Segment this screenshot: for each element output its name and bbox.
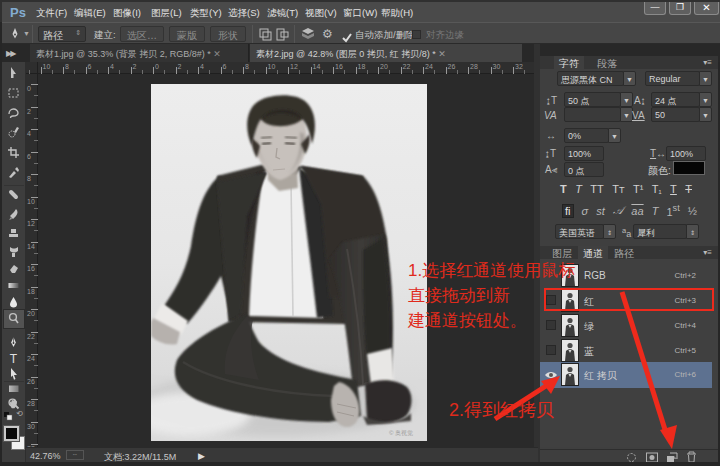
svg-text:T: T [10,352,18,365]
svg-text:© 奥视觉: © 奥视觉 [389,429,413,437]
